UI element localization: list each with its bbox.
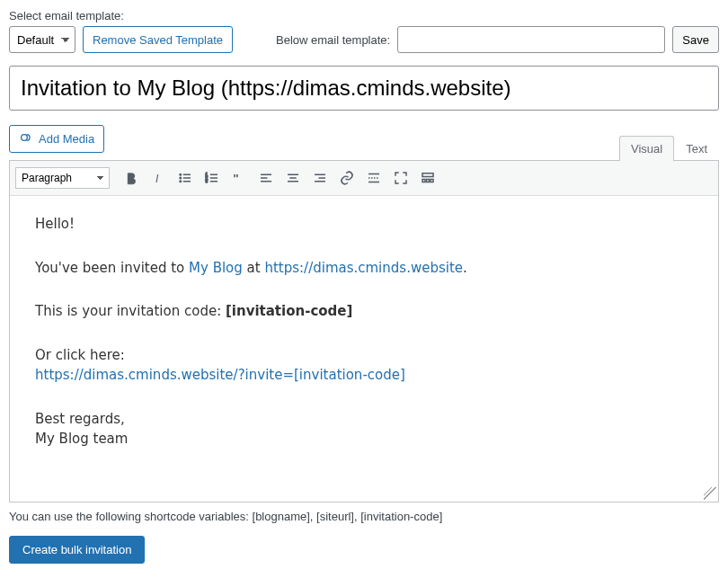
editor-container: Paragraph B I 123 " Hello! You've been i…	[9, 160, 719, 503]
svg-text:B: B	[128, 173, 136, 185]
svg-rect-30	[427, 180, 430, 182]
body-invited-line: You've been invited to My Blog at https:…	[35, 258, 693, 279]
below-template-label: Below email template:	[276, 33, 390, 47]
blockquote-button[interactable]: "	[226, 165, 252, 191]
bold-button[interactable]: B	[119, 165, 144, 191]
align-center-button[interactable]	[280, 165, 306, 191]
svg-text:3: 3	[206, 179, 209, 183]
numbered-list-button[interactable]: 123	[200, 165, 225, 191]
svg-point-7	[180, 181, 182, 182]
editor-tabs: Visual Text	[619, 135, 719, 160]
tab-visual[interactable]: Visual	[619, 136, 674, 161]
svg-text:": "	[233, 172, 238, 185]
remove-saved-template-button[interactable]: Remove Saved Template	[83, 26, 233, 53]
shortcode-hint: You can use the following shortcode vari…	[9, 510, 719, 523]
template-select[interactable]: Default	[9, 26, 75, 53]
fullscreen-button[interactable]	[388, 165, 413, 191]
body-invite-link-line: https://dimas.cminds.website/?invite=[in…	[35, 365, 693, 386]
link-button[interactable]	[334, 165, 360, 191]
body-click-here: Or click here:	[35, 345, 693, 366]
select-template-label: Select email template:	[9, 9, 719, 22]
body-team: My Blog team	[35, 429, 693, 449]
editor-body[interactable]: Hello! You've been invited to My Blog at…	[10, 196, 718, 502]
toolbar-toggle-button[interactable]	[415, 165, 440, 191]
resize-handle[interactable]	[704, 487, 716, 500]
below-template-input[interactable]	[397, 26, 665, 53]
svg-rect-31	[431, 180, 433, 182]
add-media-label: Add Media	[39, 132, 94, 146]
svg-rect-28	[422, 173, 433, 177]
bulleted-list-button[interactable]	[173, 165, 198, 191]
media-icon	[19, 130, 33, 147]
svg-point-3	[180, 174, 182, 176]
svg-point-0	[22, 135, 28, 141]
format-select[interactable]: Paragraph	[15, 167, 110, 189]
body-regards: Best regards,	[35, 409, 693, 430]
tab-text[interactable]: Text	[674, 136, 719, 161]
save-button[interactable]: Save	[672, 26, 719, 53]
invitation-code-placeholder: [invitation-code]	[226, 303, 352, 319]
add-media-button[interactable]: Add Media	[9, 125, 104, 153]
align-left-button[interactable]	[253, 165, 279, 191]
svg-text:I: I	[155, 173, 159, 185]
site-link[interactable]: https://dimas.cminds.website	[264, 260, 463, 276]
svg-point-5	[180, 177, 182, 179]
align-right-button[interactable]	[307, 165, 333, 191]
blog-link[interactable]: My Blog	[189, 260, 243, 276]
email-subject-input[interactable]	[9, 66, 719, 111]
invite-link[interactable]: https://dimas.cminds.website/?invite=[in…	[35, 367, 405, 383]
body-code-line: This is your invitation code: [invitatio…	[35, 301, 693, 322]
italic-button[interactable]: I	[146, 165, 171, 191]
editor-toolbar: Paragraph B I 123 "	[10, 161, 718, 196]
template-row: Default Remove Saved Template Below emai…	[9, 26, 719, 53]
body-greeting: Hello!	[35, 214, 693, 235]
read-more-button[interactable]	[361, 165, 386, 191]
create-bulk-invitation-button[interactable]: Create bulk invitation	[9, 536, 145, 564]
svg-rect-29	[422, 180, 425, 182]
